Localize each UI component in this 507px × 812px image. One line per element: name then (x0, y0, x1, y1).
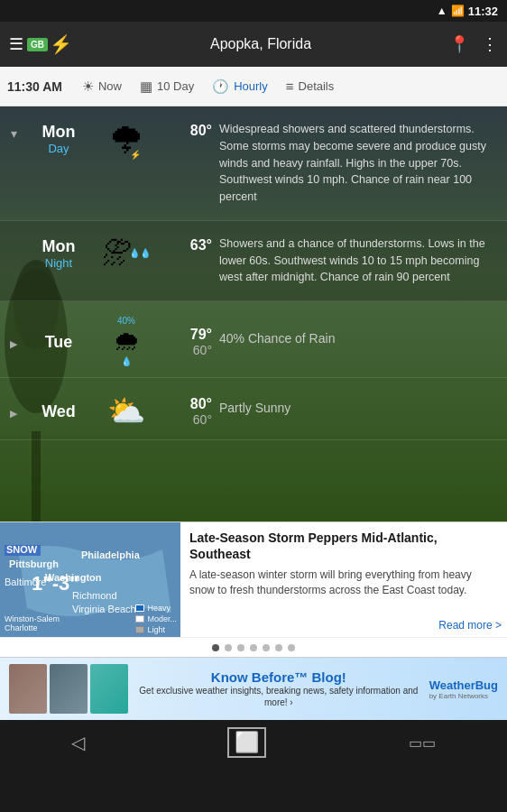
tab-10day[interactable]: ▦ 10 Day (131, 73, 203, 100)
weather-row-mon-day: ▾ Mon Day 🌩 ⚡ 80° Widespread showers and… (0, 106, 507, 221)
logo-green-text: GB (27, 38, 48, 51)
back-button[interactable]: ◁ (71, 732, 85, 753)
weather-row-wed: ▶ Wed ⛅ 80° 60° Partly Sunny (0, 378, 507, 440)
status-bar: ▲ 📶 11:32 (0, 0, 507, 22)
news-image: Pittsburgh Philadelphia Baltimore Washin… (0, 522, 180, 637)
status-icons: ▲ 📶 11:32 (437, 5, 498, 18)
rain-drops-icon: 💧 (121, 356, 132, 366)
app-bar-left: ☰ GB ⚡ (9, 33, 72, 55)
weather-rows: ▾ Mon Day 🌩 ⚡ 80° Widespread showers and… (0, 106, 507, 440)
signal-icon: 📶 (451, 5, 465, 17)
svg-text:Virginia Beach: Virginia Beach (72, 604, 136, 614)
legend-heavy-box (135, 604, 144, 612)
temp-low-tue: 60° (162, 343, 212, 357)
temp-high-tue: 79° (162, 327, 212, 343)
tab-now-label: Now (98, 79, 122, 93)
desc-wed: Partly Sunny (212, 396, 507, 421)
tab-details-label: Details (299, 79, 335, 93)
weather-main: ▾ Mon Day 🌩 ⚡ 80° Widespread showers and… (0, 106, 507, 521)
ad-photo-3 (90, 664, 128, 714)
weather-row-tue: ▶ Tue 40% 🌧 💧 79° 60° 40% Chance of Rain (0, 301, 507, 378)
location-label: Apopka, Florida (79, 36, 442, 52)
dot-1[interactable] (212, 644, 219, 651)
svg-text:Pittsburgh: Pittsburgh (9, 558, 59, 569)
current-time: 11:30 AM (7, 79, 62, 94)
partly-sunny-text: Partly Sunny (219, 400, 290, 418)
location-pin-icon[interactable]: 📍 (449, 34, 469, 54)
precip-badge-tue: 40% 🌧 💧 (113, 316, 140, 366)
weather-icon-mon-day: 🌩 ⚡ (90, 117, 162, 161)
list-icon: ≡ (286, 78, 294, 94)
expand-mon-day[interactable]: ▾ (0, 117, 27, 141)
ad-logo: WeatherBug by Earth Networks (429, 678, 498, 700)
tab-now[interactable]: ☀ Now (73, 73, 131, 100)
read-more-button[interactable]: Read more > (438, 619, 502, 632)
tab-hourly[interactable]: 🕐 Hourly (203, 73, 277, 100)
day-mon-day: Mon Day (27, 117, 90, 155)
legend-moderate: Moder... (135, 614, 177, 623)
day-mon-night: Mon Night (27, 232, 90, 270)
legend-light: Light (135, 625, 177, 634)
more-options-icon[interactable]: ⋮ (482, 34, 498, 54)
app-bar: ☰ GB ⚡ Apopka, Florida 📍 ⋮ (0, 22, 507, 67)
legend-light-box (135, 626, 144, 633)
news-title: Late-Season Storm Peppers Mid-Atlantic, … (189, 530, 498, 562)
legend-moderate-box (135, 615, 144, 623)
day-name-mon: Mon (27, 123, 90, 142)
tab-10day-label: 10 Day (157, 79, 194, 93)
weatherbug-sub: by Earth Networks (429, 692, 498, 700)
svg-text:SNOW: SNOW (6, 544, 38, 555)
ad-subtitle: Get exclusive weather insights, breaking… (135, 685, 422, 708)
dot-3[interactable] (237, 644, 244, 651)
logo-lightning-icon: ⚡ (50, 33, 72, 55)
temp-mon-night: 63° (162, 232, 212, 254)
weather-row-mon-night: ▾ Mon Night ⛈ 💧💧 63° Showers and a chanc… (0, 221, 507, 301)
ad-banner: Know Before™ Blog! Get exclusive weather… (0, 657, 507, 720)
news-body: A late-season winter storm will bring ev… (189, 567, 498, 598)
weather-icon-tue: 40% 🌧 💧 (90, 312, 162, 366)
tab-details[interactable]: ≡ Details (277, 73, 344, 99)
expand-tue[interactable]: ▶ (0, 329, 27, 350)
temp-high-mon-day: 80° (162, 123, 212, 139)
desc-tue: 40% Chance of Rain (212, 327, 507, 352)
ad-content[interactable]: Know Before™ Blog! Get exclusive weather… (135, 669, 422, 708)
home-button[interactable]: ⬜ (227, 727, 266, 758)
status-time: 11:32 (468, 5, 498, 18)
precip-pct-tue: 40% (117, 316, 135, 326)
legend-heavy-label: Heavy (147, 604, 171, 613)
app-bar-right: 📍 ⋮ (449, 34, 498, 54)
day-name-tue: Tue (27, 333, 90, 352)
legend-moderate-label: Moder... (147, 614, 177, 623)
app-logo: GB ⚡ (27, 33, 72, 55)
news-legend: Heavy Moder... Light (135, 604, 177, 634)
partly-sunny-icon: ⛅ (107, 392, 145, 429)
news-section: Pittsburgh Philadelphia Baltimore Washin… (0, 521, 507, 637)
temp-tue: 79° 60° (162, 321, 212, 357)
dot-4[interactable] (250, 644, 257, 651)
cloud-rain-icon: 🌧 (113, 326, 140, 356)
svg-text:Charlotte: Charlotte (5, 623, 38, 632)
day-tue: Tue (27, 328, 90, 352)
recents-button[interactable]: ▭▭ (409, 734, 436, 752)
day-label-night: Night (27, 256, 90, 270)
chance-rain-text: 40% Chance of Rain (219, 330, 335, 348)
ad-photo-1 (9, 664, 47, 714)
ad-photos (9, 664, 128, 714)
svg-text:1"-3": 1"-3" (32, 572, 79, 595)
hamburger-icon[interactable]: ☰ (9, 34, 23, 54)
temp-mon-day: 80° (162, 117, 212, 139)
temp-high-wed: 80° (162, 396, 212, 412)
dot-2[interactable] (225, 644, 232, 651)
expand-mon-night[interactable]: ▾ (0, 232, 27, 255)
calendar-icon: ▦ (140, 78, 152, 95)
temp-high-mon-night: 63° (162, 237, 212, 254)
expand-wed[interactable]: ▶ (0, 399, 27, 420)
temp-low-wed: 60° (162, 412, 212, 427)
temp-wed: 80° 60° (162, 391, 212, 427)
desc-mon-night: Showers and a chance of thunderstorms. L… (212, 232, 507, 290)
dot-7[interactable] (288, 644, 295, 651)
dot-6[interactable] (275, 644, 282, 651)
dot-5[interactable] (263, 644, 270, 651)
weather-icon-wed: ⛅ (90, 389, 162, 429)
weatherbug-logo: WeatherBug (429, 678, 498, 692)
